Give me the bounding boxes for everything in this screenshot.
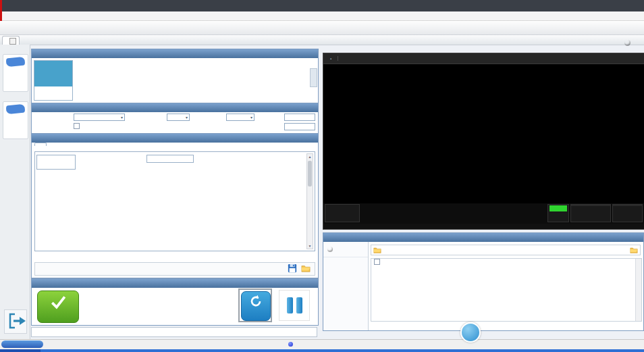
production-mode-button[interactable] — [3, 101, 28, 139]
tab-laboratory-mode[interactable] — [2, 36, 20, 45]
pause-bar-icon — [287, 297, 293, 313]
scope-menu-item[interactable] — [326, 56, 338, 61]
panel-header — [32, 279, 318, 288]
open-folder-icon[interactable] — [630, 246, 638, 254]
reset-arrow-icon — [248, 294, 263, 309]
pause-button[interactable] — [279, 290, 310, 321]
mode-sidebar — [0, 45, 30, 339]
configuration-adapter-panel: ▾ ▾ ▾ — [31, 103, 319, 134]
scroll-up-icon[interactable]: ▲ — [307, 155, 313, 159]
select-test-panel — [31, 49, 319, 104]
pass-status-button[interactable] — [37, 291, 79, 323]
table-scrollbar[interactable] — [635, 259, 641, 321]
configuration-footer — [34, 262, 315, 276]
results-header — [323, 233, 643, 242]
configuration-side-tab[interactable] — [36, 155, 76, 170]
configuration-panel: ▲ ▼ — [31, 133, 319, 278]
row-checkbox-icon[interactable] — [374, 259, 380, 265]
internal-diode-select[interactable]: ▾ — [167, 114, 190, 121]
toolbar — [0, 21, 644, 35]
status-indicator-dot — [624, 40, 630, 46]
test-type-button[interactable] — [34, 60, 73, 101]
load-parameters-icon[interactable] — [301, 263, 311, 273]
trigger-label — [613, 205, 642, 206]
reset-focus-frame — [238, 288, 272, 322]
scroll-down-icon[interactable]: ▼ — [307, 244, 313, 248]
results-content — [369, 242, 643, 330]
pause-bar-icon — [296, 297, 302, 313]
channel-descriptor-box[interactable] — [325, 204, 360, 222]
check-icon — [48, 293, 68, 311]
dut-type-input[interactable] — [284, 114, 315, 121]
taskbar-edge — [0, 349, 644, 352]
test-button-label — [34, 86, 72, 99]
vertical-scrollbar[interactable]: ▲ ▼ — [306, 153, 313, 249]
trigger-box[interactable] — [612, 204, 643, 222]
laboratory-mode-button[interactable] — [3, 54, 28, 92]
oscilloscope-window — [323, 53, 644, 230]
mode-badge — [5, 104, 26, 115]
hd-resolution-box — [547, 204, 569, 222]
nav-item-icon — [327, 247, 333, 252]
channel-strip — [323, 203, 644, 224]
device-status — [286, 342, 293, 347]
countdown-timer-badge — [460, 322, 481, 343]
test-waveform-icon — [34, 61, 72, 86]
adapter-type-select[interactable]: ▾ — [74, 114, 125, 121]
testing-status-pill — [1, 341, 43, 348]
chevron-down-icon: ▾ — [250, 115, 252, 120]
project-path-bar — [371, 245, 641, 255]
scrollbar-thumb[interactable] — [308, 161, 312, 186]
tab-strip — [0, 35, 644, 45]
scope-footer — [323, 224, 644, 229]
chevron-down-icon: ▾ — [186, 115, 188, 120]
configuration-tab[interactable] — [34, 143, 47, 146]
table-row[interactable] — [371, 259, 641, 266]
menu-bar — [0, 11, 644, 21]
serial-number-input[interactable] — [284, 123, 315, 130]
mode-badge — [5, 57, 26, 68]
title-bar — [0, 0, 644, 11]
parameter-value-field[interactable] — [146, 155, 194, 163]
channel-header — [325, 205, 359, 211]
dsp-status-line — [31, 327, 317, 337]
folder-icon — [373, 246, 381, 254]
component-select[interactable]: ▾ — [226, 114, 254, 121]
history-table — [371, 258, 642, 322]
channel-checkbox[interactable] — [74, 123, 81, 129]
chevron-down-icon: ▾ — [121, 115, 123, 120]
results-panel — [323, 232, 644, 331]
device-online-dot — [288, 342, 293, 347]
exit-icon — [5, 310, 26, 332]
hd-label — [549, 205, 567, 211]
scroll-right-chevron[interactable] — [310, 68, 317, 87]
window-edge-accent — [0, 0, 2, 21]
status-bar — [0, 339, 644, 350]
panel-header — [32, 103, 318, 112]
parameter-row — [77, 153, 304, 166]
reset-button[interactable] — [241, 291, 271, 321]
waveform-display[interactable] — [323, 64, 644, 203]
save-parameters-icon[interactable] — [288, 263, 297, 273]
execution-panel — [31, 278, 319, 326]
exit-button[interactable] — [4, 309, 27, 334]
tab-close-icon[interactable] — [9, 38, 16, 45]
panel-header — [32, 49, 318, 58]
panel-header — [32, 134, 318, 143]
timebase-label — [571, 205, 610, 206]
configuration-body: ▲ ▼ — [34, 151, 315, 251]
results-nav-item[interactable] — [323, 242, 368, 257]
checkbox-icon — [74, 123, 80, 129]
timebase-box[interactable] — [570, 204, 611, 222]
toolbar-icon[interactable] — [4, 23, 14, 33]
